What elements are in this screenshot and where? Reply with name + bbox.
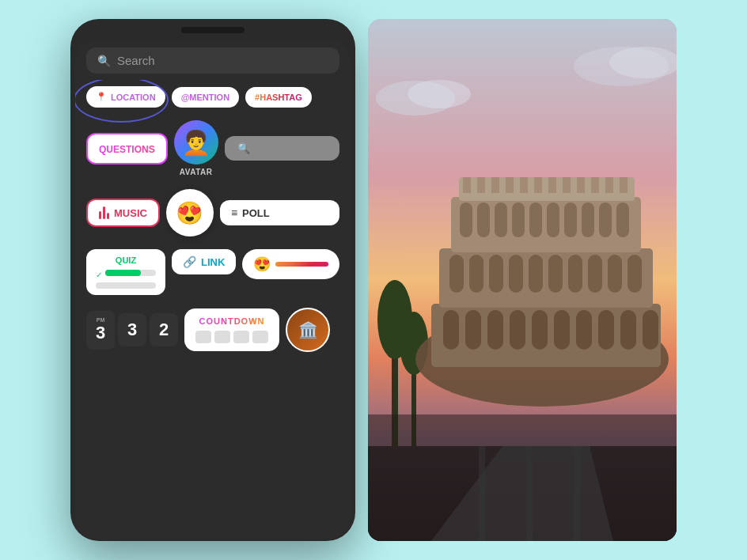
photo-icon: 🏛️ bbox=[298, 320, 318, 339]
emoji-bubble-sticker[interactable]: 😍 bbox=[166, 189, 214, 236]
questions-label: QUESTIONS bbox=[99, 144, 155, 155]
emoji-heart-eyes: 😍 bbox=[176, 200, 203, 226]
link-sticker[interactable]: 🔗 LINK bbox=[172, 249, 236, 274]
link-chain-icon: 🔗 bbox=[183, 255, 196, 268]
phone-mockup: 🔍 Search 📍 LOCATION @MENTION bbox=[70, 19, 355, 541]
emoji-rating-icon: 😍 bbox=[253, 255, 271, 273]
countdown-boxes bbox=[195, 331, 268, 343]
search-bar[interactable]: 🔍 Search bbox=[86, 47, 339, 74]
countdown-box-1 bbox=[195, 331, 211, 343]
location-pin-icon: 📍 bbox=[96, 92, 107, 102]
row-5-bottom: PM 3 3 2 COUNTDOWN bbox=[86, 308, 339, 352]
search-sticker-icon: 🔍 bbox=[237, 142, 250, 154]
search-input-label: Search bbox=[117, 54, 155, 67]
music-bars-icon bbox=[99, 206, 109, 219]
phone-notch bbox=[181, 27, 245, 33]
avatar-image: 🧑‍🦱 bbox=[174, 120, 218, 165]
music-sticker[interactable]: MUSIC bbox=[86, 199, 160, 227]
link-label: LINK bbox=[201, 256, 225, 268]
row-1: 📍 LOCATION @MENTION #HASHTAG bbox=[86, 86, 339, 108]
location-label: LOCATION bbox=[111, 93, 156, 102]
countdown-box-2 bbox=[214, 331, 230, 343]
digit-block-2: 3 bbox=[118, 313, 146, 346]
mention-label: @MENTION bbox=[181, 93, 229, 102]
rating-gradient-bar bbox=[275, 262, 328, 267]
svg-rect-64 bbox=[368, 19, 677, 541]
quiz-progress-bar bbox=[105, 270, 141, 276]
questions-sticker[interactable]: QUESTIONS bbox=[86, 133, 168, 165]
quiz-check-icon: ✓ bbox=[96, 271, 102, 279]
phone-screen: 🔍 Search 📍 LOCATION @MENTION bbox=[75, 40, 351, 539]
digit-2-value: 3 bbox=[127, 320, 137, 340]
row-3: MUSIC 😍 ≡ POLL bbox=[86, 189, 339, 236]
colosseum-photo-panel bbox=[368, 19, 677, 541]
countdown-box-4 bbox=[252, 331, 268, 343]
quiz-title: QUIZ bbox=[96, 255, 156, 265]
avatar-sticker[interactable]: 🧑‍🦱 AVATAR bbox=[174, 120, 218, 176]
colosseum-svg bbox=[368, 19, 677, 541]
poll-label: POLL bbox=[242, 207, 270, 219]
digit-3-value: 2 bbox=[159, 320, 169, 340]
location-sticker[interactable]: 📍 LOCATION bbox=[86, 86, 165, 108]
emoji-rating-sticker[interactable]: 😍 bbox=[242, 249, 339, 279]
page-container: 🔍 Search 📍 LOCATION @MENTION bbox=[0, 0, 747, 560]
poll-icon: ≡ bbox=[231, 206, 237, 219]
countdown-title: COUNTDOWN bbox=[199, 316, 265, 326]
sticker-grid: 📍 LOCATION @MENTION #HASHTAG QUESTIONS bbox=[75, 80, 351, 539]
music-label: MUSIC bbox=[114, 207, 147, 219]
digit-block-1: PM 3 bbox=[86, 311, 115, 350]
mention-sticker[interactable]: @MENTION bbox=[172, 87, 239, 108]
row-4: QUIZ ✓ 🔗 LINK 😍 bbox=[86, 249, 339, 295]
digit-1-value: 3 bbox=[96, 323, 105, 343]
poll-sticker[interactable]: ≡ POLL bbox=[220, 200, 339, 225]
hashtag-sticker[interactable]: #HASHTAG bbox=[245, 87, 312, 108]
hashtag-label: #HASHTAG bbox=[255, 93, 302, 102]
digit-group: PM 3 3 2 bbox=[86, 311, 178, 350]
avatar-label: AVATAR bbox=[180, 168, 213, 176]
countdown-box-3 bbox=[233, 331, 249, 343]
quiz-secondary-bar bbox=[96, 282, 156, 289]
pm-label: PM bbox=[97, 317, 105, 323]
row-2: QUESTIONS 🧑‍🦱 AVATAR 🔍 bbox=[86, 120, 339, 176]
search-sticker[interactable]: 🔍 bbox=[225, 136, 339, 161]
search-icon: 🔍 bbox=[97, 55, 111, 67]
location-wrapper: 📍 LOCATION bbox=[86, 86, 165, 108]
digit-block-3: 2 bbox=[150, 313, 178, 346]
photo-sticker[interactable]: 🏛️ bbox=[286, 308, 330, 352]
quiz-sticker[interactable]: QUIZ ✓ bbox=[86, 249, 165, 295]
countdown-sticker[interactable]: COUNTDOWN bbox=[184, 308, 279, 351]
